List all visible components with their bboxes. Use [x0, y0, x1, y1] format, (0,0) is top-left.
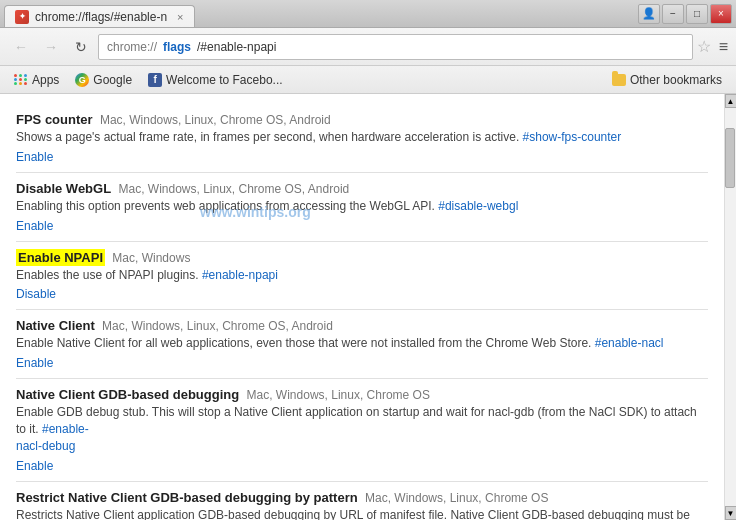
nacl-link[interactable]: #enable-nacl	[595, 336, 664, 350]
address-bar[interactable]: chrome://flags/#enable-npapi	[98, 34, 693, 60]
section-webgl-title: Disable WebGL Mac, Windows, Linux, Chrom…	[16, 181, 708, 196]
tab-close-button[interactable]: ×	[177, 11, 183, 23]
webgl-link[interactable]: #disable-webgl	[438, 199, 518, 213]
section-fps-counter: FPS counter Mac, Windows, Linux, Chrome …	[16, 104, 708, 173]
section-nacl-title: Native Client Mac, Windows, Linux, Chrom…	[16, 318, 708, 333]
address-hash: /#enable-npapi	[197, 40, 276, 54]
section-fps-title: FPS counter Mac, Windows, Linux, Chrome …	[16, 112, 708, 127]
scroll-area[interactable]: www.wintips.org FPS counter Mac, Windows…	[0, 94, 724, 520]
bookmark-google[interactable]: G Google	[69, 71, 138, 89]
back-button[interactable]: ←	[8, 34, 34, 60]
bookmarks-bar: Apps G Google f Welcome to Facebo... Oth…	[0, 66, 736, 94]
profile-button[interactable]: 👤	[638, 4, 660, 24]
webgl-action[interactable]: Enable	[16, 219, 708, 233]
main-area: www.wintips.org FPS counter Mac, Windows…	[0, 94, 736, 520]
apps-grid-icon	[14, 74, 28, 85]
section-native-client-gdb: Native Client GDB-based debugging Mac, W…	[16, 379, 708, 481]
window-controls: 👤 − □ ×	[638, 4, 732, 24]
other-bookmarks[interactable]: Other bookmarks	[606, 71, 728, 89]
scrollbar: ▲ ▼	[724, 94, 736, 520]
nav-bar: ← → ↻ chrome://flags/#enable-npapi ☆ ≡	[0, 28, 736, 66]
npapi-highlight: Enable NPAPI	[16, 249, 105, 266]
folder-icon	[612, 74, 626, 86]
fps-counter-link[interactable]: #show-fps-counter	[523, 130, 622, 144]
bookmark-facebook[interactable]: f Welcome to Facebo...	[142, 71, 289, 89]
scroll-up-button[interactable]: ▲	[725, 94, 737, 108]
scroll-track	[725, 108, 736, 506]
facebook-label: Welcome to Facebo...	[166, 73, 283, 87]
address-flags: flags	[163, 40, 191, 54]
title-bar: ✦ chrome://flags/#enable-n × 👤 − □ ×	[0, 0, 736, 28]
active-tab[interactable]: ✦ chrome://flags/#enable-n ×	[4, 5, 195, 27]
maximize-button[interactable]: □	[686, 4, 708, 24]
fps-counter-action[interactable]: Enable	[16, 150, 708, 164]
apps-label: Apps	[32, 73, 59, 87]
address-scheme: chrome://	[107, 40, 157, 54]
section-restrict-nacl-gdb: Restrict Native Client GDB-based debuggi…	[16, 482, 708, 520]
star-icon[interactable]: ☆	[697, 37, 711, 56]
scroll-down-button[interactable]: ▼	[725, 506, 737, 520]
forward-button[interactable]: →	[38, 34, 64, 60]
google-icon: G	[75, 73, 89, 87]
content: www.wintips.org FPS counter Mac, Windows…	[0, 94, 724, 520]
section-restrict-title: Restrict Native Client GDB-based debuggi…	[16, 490, 708, 505]
section-enable-npapi: Enable NPAPI Mac, Windows Enables the us…	[16, 242, 708, 311]
minimize-button[interactable]: −	[662, 4, 684, 24]
menu-icon[interactable]: ≡	[719, 38, 728, 56]
gdb-action[interactable]: Enable	[16, 459, 708, 473]
gdb-link[interactable]: #enable-nacl-debug	[16, 422, 89, 453]
section-disable-webgl: Disable WebGL Mac, Windows, Linux, Chrom…	[16, 173, 708, 242]
scroll-thumb[interactable]	[725, 128, 735, 188]
tab-area: ✦ chrome://flags/#enable-n ×	[4, 0, 638, 27]
bookmark-apps[interactable]: Apps	[8, 71, 65, 89]
google-label: Google	[93, 73, 132, 87]
tab-favicon: ✦	[15, 10, 29, 24]
other-bookmarks-label: Other bookmarks	[630, 73, 722, 87]
section-gdb-title: Native Client GDB-based debugging Mac, W…	[16, 387, 708, 402]
close-button[interactable]: ×	[710, 4, 732, 24]
tab-label: chrome://flags/#enable-n	[35, 10, 167, 24]
facebook-icon: f	[148, 73, 162, 87]
section-npapi-title: Enable NPAPI Mac, Windows	[16, 250, 708, 265]
npapi-link[interactable]: #enable-npapi	[202, 268, 278, 282]
npapi-action[interactable]: Disable	[16, 287, 708, 301]
section-native-client: Native Client Mac, Windows, Linux, Chrom…	[16, 310, 708, 379]
reload-button[interactable]: ↻	[68, 34, 94, 60]
nacl-action[interactable]: Enable	[16, 356, 708, 370]
